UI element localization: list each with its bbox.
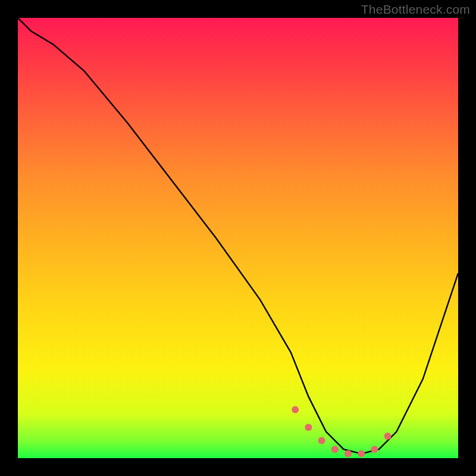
marker-dot: [331, 446, 339, 453]
watermark-text: TheBottleneck.com: [361, 2, 470, 17]
marker-dot: [384, 433, 392, 440]
marker-dot: [371, 446, 378, 453]
marker-dot: [305, 424, 312, 431]
plot-area: [18, 18, 458, 458]
bottleneck-curve: [18, 18, 458, 454]
marker-dot: [358, 450, 365, 458]
marker-dot: [318, 437, 325, 444]
marker-dot: [292, 406, 299, 414]
chart-stage: TheBottleneck.com: [0, 0, 476, 476]
highlight-markers: [292, 406, 391, 458]
marker-dot: [345, 450, 352, 458]
curve-layer: [18, 18, 458, 458]
